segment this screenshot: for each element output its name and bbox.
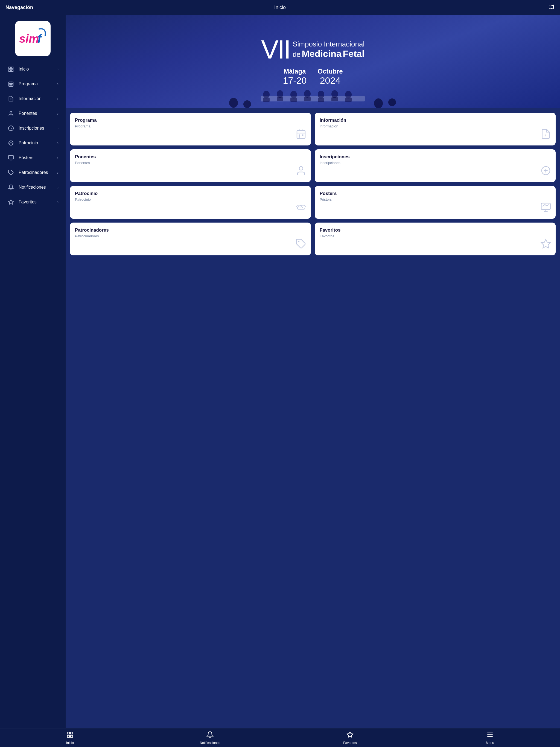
sidebar-item-programa-label: Programa [19,81,57,86]
svg-rect-62 [67,732,70,734]
svg-rect-64 [67,735,70,738]
card-programa[interactable]: Programa Programa [70,113,311,146]
bottom-nav-menu[interactable]: Menu [420,731,560,745]
sidebar-item-patrocinadores-label: Patrocinadores [19,170,57,175]
card-favoritos[interactable]: Favoritos Favoritos [315,223,556,255]
svg-marker-61 [541,239,550,248]
sidebar-item-inicio[interactable]: Inicio › [2,62,63,76]
sidebar-item-informacion-label: Información [19,96,57,101]
chevron-icon: › [57,141,58,145]
svg-rect-32 [304,97,311,101]
star-bottom-icon [347,731,354,740]
person-icon [7,110,15,117]
info-card-icon [540,129,551,141]
svg-point-60 [298,241,299,242]
card-ponentes-title: Ponentes Ponentes [75,154,307,165]
svg-rect-30 [290,98,297,102]
sidebar: sim f Inicio › [0,15,66,728]
svg-rect-5 [9,70,10,71]
handshake-card-icon [296,202,307,215]
sidebar-item-inicio-label: Inicio [19,67,57,72]
bottom-navigation: Inicio Notificaciones Favoritos Menu [0,728,560,747]
bottom-nav-notificaciones[interactable]: Notificaciones [140,731,280,745]
svg-point-37 [345,91,352,98]
svg-rect-34 [318,98,324,102]
sidebar-item-ponentes[interactable]: Ponentes › [2,107,63,120]
hero-city: Málaga [283,68,307,75]
monitor-icon [7,155,15,161]
main-layout: sim f Inicio › [0,15,560,728]
svg-point-35 [331,90,338,98]
sidebar-item-patrocinio[interactable]: Patrocinio › [2,136,63,150]
tag-card-icon [296,238,307,252]
svg-point-25 [263,91,270,98]
grid-icon [7,66,15,72]
sidebar-item-programa[interactable]: Programa › [2,77,63,91]
chevron-icon: › [57,97,58,101]
chevron-icon: › [57,126,58,130]
page-title: Inicio [143,5,417,10]
star-card-icon [540,238,551,252]
card-informacion[interactable]: Información Información [315,113,556,146]
sidebar-item-favoritos[interactable]: Favoritos › [2,195,63,209]
hero-month: Octubre [317,68,342,75]
svg-point-52 [299,166,303,170]
bottom-nav-notificaciones-label: Notificaciones [200,741,221,745]
svg-rect-65 [71,735,73,738]
card-ponentes[interactable]: Ponentes Ponentes [70,149,311,182]
card-inscripciones-title: Inscripciones Inscripciones [320,154,551,165]
card-inscripciones[interactable]: Inscripciones Inscripciones [315,149,556,182]
info-icon [7,96,15,102]
sidebar-logo: sim f [15,21,51,56]
card-posters-title: Pósters Pósters [320,191,551,202]
logo-svg: sim f [18,26,48,51]
nav-label: Navegación [5,5,143,10]
hero-de: de [292,50,301,58]
grid-bottom-icon [67,731,74,740]
svg-point-41 [374,98,383,108]
star-icon [7,199,15,205]
hero-banner: VII Simposio Internacional de Medicina F… [66,15,560,108]
svg-line-59 [546,205,549,206]
svg-rect-28 [277,97,283,101]
chevron-icon: › [57,111,58,115]
bell-icon [7,184,15,190]
sidebar-item-informacion[interactable]: Información › [2,92,63,106]
svg-rect-6 [11,70,13,71]
chevron-icon: › [57,156,58,160]
card-posters[interactable]: Pósters Pósters [315,186,556,219]
hero-fetal: Fetal [342,48,364,59]
sidebar-item-posters-label: Pósters [19,155,57,160]
svg-rect-48 [302,134,303,136]
svg-point-42 [388,98,396,106]
svg-line-57 [542,205,545,206]
hero-title-block: Simposio Internacional de Medicina Fetal [292,40,364,59]
hero-roman-numeral: VII [261,38,290,61]
bottom-nav-inicio[interactable]: Inicio [0,731,140,745]
sidebar-item-posters[interactable]: Pósters › [2,151,63,164]
card-patrocinio[interactable]: Patrocinio Patrocinio [70,186,311,219]
svg-rect-12 [11,84,12,85]
chevron-icon: › [57,67,58,71]
card-favoritos-title: Favoritos Favoritos [320,228,551,238]
hero-city-block: Málaga 17-20 [283,68,307,86]
bottom-nav-favoritos-label: Favoritos [343,741,357,745]
hero-divider [294,64,332,64]
hero-text-content: VII Simposio Internacional de Medicina F… [261,38,364,85]
svg-rect-43 [297,130,305,138]
tag-icon [7,170,15,176]
bottom-nav-favoritos[interactable]: Favoritos [280,731,420,745]
sidebar-item-patrocinio-label: Patrocinio [19,140,57,146]
svg-point-31 [304,90,311,98]
svg-point-40 [244,100,251,108]
svg-marker-66 [347,732,353,738]
card-patrocinadores[interactable]: Patrocinadores Patrocinadores [70,223,311,255]
svg-rect-63 [71,732,73,734]
chevron-icon: › [57,82,58,86]
sidebar-item-patrocinadores[interactable]: Patrocinadores › [2,166,63,179]
sidebar-item-notificaciones[interactable]: Notificaciones › [2,180,63,194]
sidebar-item-inscripciones[interactable]: Inscripciones › [2,121,63,135]
svg-point-33 [318,91,324,98]
sidebar-item-notificaciones-label: Notificaciones [19,185,57,190]
svg-rect-19 [8,156,14,159]
